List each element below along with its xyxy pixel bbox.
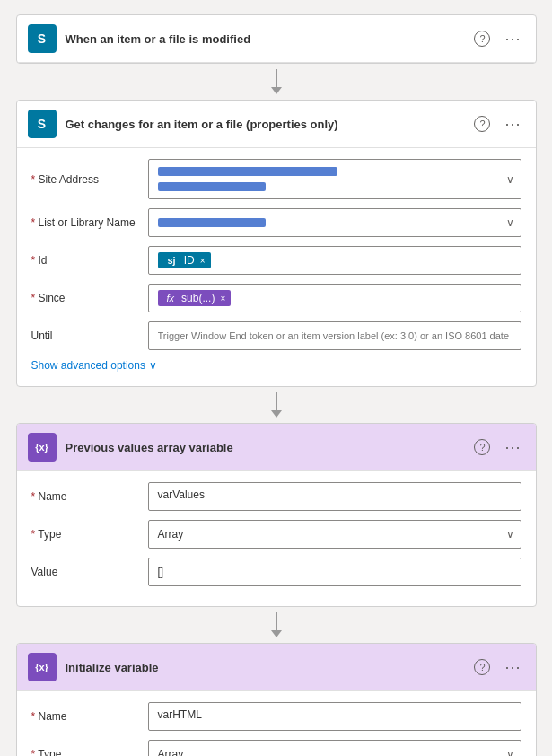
prev-values-more-button[interactable]: ··· <box>501 436 524 459</box>
prev-name-label: * Name <box>31 490 148 503</box>
until-field[interactable] <box>148 321 521 350</box>
since-tag-fx-icon: fx <box>163 292 179 304</box>
init-name-field[interactable]: varHTML <box>148 702 521 731</box>
prev-name-row: * Name varValues <box>31 482 521 511</box>
prev-values-header: {x} Previous values array variable ? ··· <box>17 424 536 471</box>
connector-arrow-3 <box>271 630 282 637</box>
get-changes-actions: ? ··· <box>470 113 524 136</box>
id-tag-text: ID <box>184 254 195 267</box>
prev-type-field[interactable]: Array ∨ <box>148 520 521 549</box>
trigger-title: When an item or a file is modified <box>66 32 471 46</box>
prev-value-field[interactable]: [] <box>148 558 521 586</box>
prev-type-row: * Type Array ∨ <box>31 520 521 549</box>
connector-arrow-1 <box>271 87 282 94</box>
prev-value-label: Value <box>31 566 148 578</box>
prev-values-icon: {x} <box>28 433 57 462</box>
list-library-blur <box>158 218 266 227</box>
init-variable-header: {x} Initialize variable ? ··· <box>17 644 536 691</box>
trigger-card: S When an item or a file is modified ? ·… <box>16 14 537 64</box>
trigger-actions: ? ··· <box>470 28 524 50</box>
init-variable-body: * Name varHTML * Type Array ∨ <box>17 691 536 756</box>
show-advanced-button[interactable]: Show advanced options ∨ <box>31 359 157 372</box>
prev-values-body: * Name varValues * Type Array ∨ <box>17 471 536 606</box>
id-tag-close-icon[interactable]: × <box>200 256 206 266</box>
connector-line-2 <box>276 392 277 410</box>
init-type-chevron-icon: ∨ <box>506 748 514 756</box>
get-changes-more-button[interactable]: ··· <box>501 113 524 136</box>
id-label: * Id <box>31 254 148 267</box>
connector-line-3 <box>276 612 277 630</box>
prev-name-field[interactable]: varValues <box>148 482 521 511</box>
init-type-select[interactable]: Array ∨ <box>148 740 521 756</box>
until-label: Until <box>31 330 148 342</box>
get-changes-help-button[interactable]: ? <box>470 114 494 134</box>
prev-type-chevron-icon: ∨ <box>506 528 514 541</box>
init-type-field[interactable]: Array ∨ <box>148 740 521 756</box>
prev-values-actions: ? ··· <box>470 436 524 459</box>
prev-values-help-button[interactable]: ? <box>470 437 494 457</box>
since-input[interactable]: fx sub(...) × <box>148 284 521 312</box>
init-variable-help-button[interactable]: ? <box>470 657 494 677</box>
list-library-label: * List or Library Name <box>31 216 148 229</box>
list-library-row: * List or Library Name ∨ <box>31 208 521 237</box>
trigger-more-button[interactable]: ··· <box>501 28 524 50</box>
get-changes-body: * Site Address ∨ * List or Library Name <box>17 148 536 386</box>
trigger-help-icon: ? <box>474 31 490 47</box>
connector-1 <box>271 69 282 94</box>
init-type-row: * Type Array ∨ <box>31 740 521 756</box>
site-address-field[interactable]: ∨ <box>148 159 521 199</box>
get-changes-card: S Get changes for an item or a file (pro… <box>16 100 537 387</box>
init-variable-icon: {x} <box>28 653 57 681</box>
init-variable-title: Initialize variable <box>66 661 471 674</box>
since-row: * Since fx sub(...) × <box>31 284 521 312</box>
trigger-help-button[interactable]: ? <box>470 29 494 48</box>
init-type-label: * Type <box>31 748 148 756</box>
init-name-input[interactable]: varHTML <box>148 702 521 731</box>
prev-type-select[interactable]: Array ∨ <box>148 520 521 549</box>
since-tag-close-icon[interactable]: × <box>220 294 225 303</box>
site-address-input[interactable]: ∨ <box>148 159 521 199</box>
get-changes-icon: S <box>28 110 57 138</box>
list-library-input[interactable]: ∨ <box>148 208 521 237</box>
since-tag: fx sub(...) × <box>158 290 232 306</box>
since-label: * Since <box>31 292 148 304</box>
prev-value-row: Value [] <box>31 558 521 586</box>
id-input[interactable]: sj ID × <box>148 246 521 275</box>
until-row: Until <box>31 321 521 350</box>
site-address-chevron-icon: ∨ <box>506 173 514 186</box>
init-variable-help-icon: ? <box>474 659 490 675</box>
prev-value-input[interactable]: [] <box>148 558 521 586</box>
prev-name-input[interactable]: varValues <box>148 482 521 511</box>
since-tag-text: sub(...) <box>181 292 215 304</box>
site-address-blur-2 <box>158 182 266 191</box>
list-library-chevron-icon: ∨ <box>506 216 514 229</box>
site-address-blur-1 <box>158 167 337 176</box>
until-input[interactable] <box>148 321 521 350</box>
site-address-label: * Site Address <box>31 173 148 186</box>
init-variable-more-button[interactable]: ··· <box>501 656 524 679</box>
prev-values-card: {x} Previous values array variable ? ···… <box>16 423 537 607</box>
trigger-icon: S <box>28 24 57 53</box>
since-field[interactable]: fx sub(...) × <box>148 284 521 312</box>
list-library-field[interactable]: ∨ <box>148 208 521 237</box>
init-name-row: * Name varHTML <box>31 702 521 731</box>
trigger-card-header: S When an item or a file is modified ? ·… <box>17 15 536 63</box>
show-advanced-label: Show advanced options <box>31 359 145 372</box>
site-address-row: * Site Address ∨ <box>31 159 521 199</box>
get-changes-header: S Get changes for an item or a file (pro… <box>17 101 536 148</box>
init-variable-actions: ? ··· <box>470 656 524 679</box>
prev-values-title: Previous values array variable <box>66 441 471 454</box>
init-name-label: * Name <box>31 710 148 723</box>
show-advanced-chevron-icon: ∨ <box>149 359 157 372</box>
get-changes-help-icon: ? <box>474 116 490 132</box>
connector-arrow-2 <box>271 410 282 418</box>
init-variable-card: {x} Initialize variable ? ··· * Name <box>16 643 537 756</box>
prev-type-label: * Type <box>31 528 148 541</box>
get-changes-title: Get changes for an item or a file (prope… <box>66 118 471 131</box>
id-tag: sj ID × <box>158 252 211 268</box>
id-field[interactable]: sj ID × <box>148 246 521 275</box>
connector-2 <box>271 392 282 418</box>
id-tag-sj-icon: sj <box>163 254 180 267</box>
id-row: * Id sj ID × <box>31 246 521 275</box>
connector-3 <box>271 612 282 637</box>
